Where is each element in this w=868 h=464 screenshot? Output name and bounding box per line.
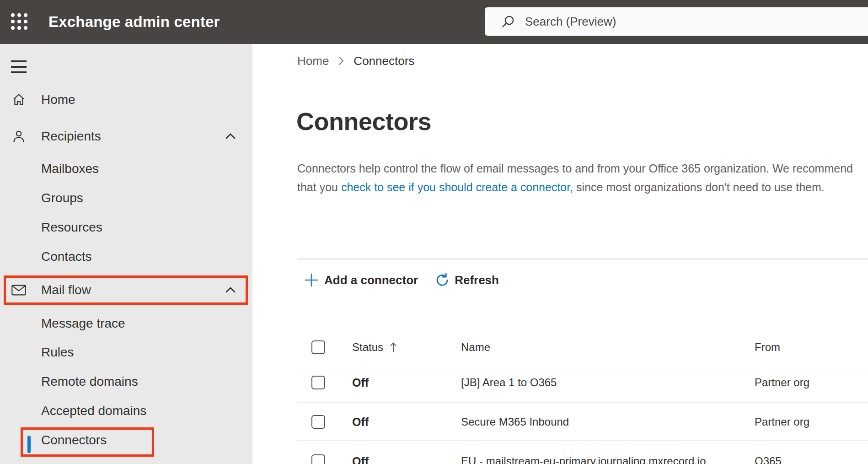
column-header-status[interactable]: Status xyxy=(352,341,397,354)
sidebar-item-accepted-domains[interactable]: Accepted domains xyxy=(0,396,252,426)
column-header-name[interactable]: Name xyxy=(461,341,490,354)
connector-status: Off xyxy=(352,454,369,464)
breadcrumb-current: Connectors xyxy=(354,54,414,68)
app-launcher-icon[interactable] xyxy=(11,13,28,30)
page-title: Connectors xyxy=(296,107,431,135)
toolbar-top-divider xyxy=(297,259,868,259)
sidebar-item-rules[interactable]: Rules xyxy=(0,338,252,367)
app-title: Exchange admin center xyxy=(48,0,220,44)
sidebar-item-label: Connectors xyxy=(41,433,107,448)
sidebar-item-label: Contacts xyxy=(41,249,92,264)
sidebar-item-contacts[interactable]: Contacts xyxy=(0,242,252,271)
table-header-row: Status Name From xyxy=(297,333,868,362)
sidebar-item-label: Resources xyxy=(41,220,102,235)
sidebar-item-label: Groups xyxy=(41,191,83,205)
sidebar-item-label: Home xyxy=(41,92,75,107)
connector-name: EU - mailstream-eu-primary.journaling.mx… xyxy=(461,455,706,464)
sidebar-item-resources[interactable]: Resources xyxy=(0,213,252,242)
command-bar: Add a connector Refresh xyxy=(304,269,499,291)
description-text-after: since most organizations don't need to u… xyxy=(573,181,825,194)
sidebar-item-remote-domains[interactable]: Remote domains xyxy=(0,367,252,396)
status-header-label: Status xyxy=(352,341,383,354)
envelope-icon xyxy=(11,282,27,298)
select-all-checkbox[interactable] xyxy=(311,340,325,354)
connector-from: Partner org xyxy=(755,415,809,428)
sidebar-item-label: Mail flow xyxy=(41,283,91,297)
connector-name: [JB] Area 1 to O365 xyxy=(461,376,557,389)
plus-icon xyxy=(304,273,319,287)
left-navigation: Home Recipients Mailboxes Groups xyxy=(0,44,252,464)
sidebar-item-label: Mailboxes xyxy=(41,162,99,176)
sidebar-item-label: Accepted domains xyxy=(41,404,146,418)
page-description: Connectors help control the flow of emai… xyxy=(297,159,854,197)
selected-item-indicator xyxy=(27,436,31,453)
refresh-button[interactable]: Refresh xyxy=(434,272,499,288)
sidebar-item-mail-flow[interactable]: Mail flow xyxy=(0,275,252,305)
sidebar-item-label: Rules xyxy=(41,345,74,360)
home-icon xyxy=(11,92,27,108)
sidebar-item-home[interactable]: Home xyxy=(0,85,252,114)
breadcrumb-chevron-icon xyxy=(338,56,344,66)
row-checkbox[interactable] xyxy=(311,376,325,389)
sidebar-item-label: Remote domains xyxy=(41,374,138,389)
chevron-up-icon[interactable] xyxy=(224,130,237,143)
sidebar-item-label: Recipients xyxy=(41,129,101,144)
exchange-admin-center-window: Exchange admin center Home xyxy=(0,0,868,464)
sidebar-item-recipients[interactable]: Recipients xyxy=(0,122,252,151)
top-app-bar: Exchange admin center xyxy=(0,0,868,44)
search-input[interactable] xyxy=(525,15,818,29)
column-header-from[interactable]: From xyxy=(755,341,780,354)
connector-status: Off xyxy=(352,376,369,389)
search-bar[interactable] xyxy=(485,7,868,36)
add-connector-button[interactable]: Add a connector xyxy=(304,273,418,287)
table-row[interactable]: Off EU - mailstream-eu-primary.journalin… xyxy=(297,441,868,464)
sidebar-item-groups[interactable]: Groups xyxy=(0,183,252,213)
connector-from: Partner org xyxy=(755,376,809,389)
breadcrumb: Home Connectors xyxy=(297,53,414,69)
table-row[interactable]: Off Secure M365 Inbound Partner org xyxy=(297,403,868,441)
connector-name: Secure M365 Inbound xyxy=(461,415,569,428)
refresh-label: Refresh xyxy=(455,273,499,287)
search-icon xyxy=(501,15,515,28)
row-checkbox[interactable] xyxy=(311,454,325,464)
refresh-icon xyxy=(434,272,450,288)
table-row[interactable]: Off [JB] Area 1 to O365 Partner org xyxy=(297,362,868,403)
person-icon xyxy=(11,129,27,144)
create-connector-check-link[interactable]: check to see if you should create a conn… xyxy=(341,181,573,194)
connector-from: O365 xyxy=(755,455,782,464)
add-connector-label: Add a connector xyxy=(324,273,418,287)
row-checkbox[interactable] xyxy=(311,415,325,429)
connector-status: Off xyxy=(352,415,369,428)
sidebar-item-connectors[interactable]: Connectors xyxy=(0,426,252,455)
main-content: Home Connectors Connectors Connectors he… xyxy=(252,44,868,464)
sort-ascending-icon xyxy=(390,341,397,353)
breadcrumb-home-link[interactable]: Home xyxy=(297,54,329,68)
sidebar-item-mailboxes[interactable]: Mailboxes xyxy=(0,154,252,183)
chevron-up-icon[interactable] xyxy=(224,284,237,297)
hamburger-menu-icon[interactable] xyxy=(11,59,27,73)
sidebar-item-message-trace[interactable]: Message trace xyxy=(0,309,252,338)
sidebar-item-label: Message trace xyxy=(41,316,125,331)
